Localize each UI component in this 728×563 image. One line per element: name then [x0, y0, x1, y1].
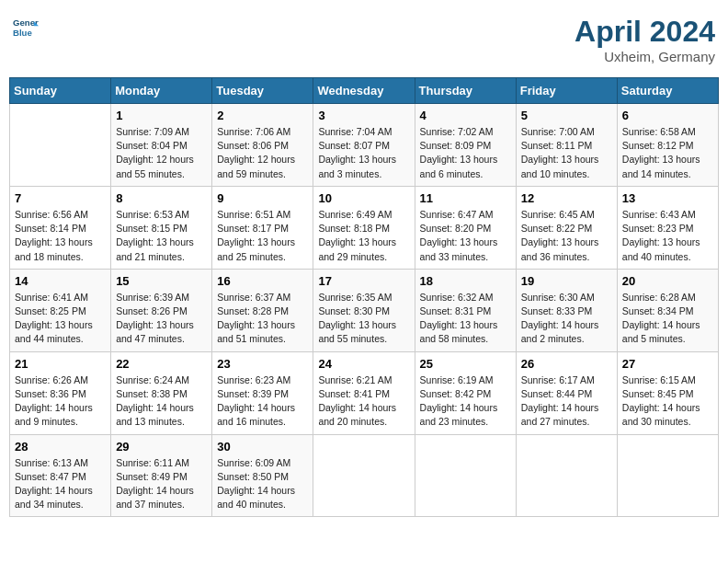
day-cell: [10, 104, 111, 187]
day-number: 1: [116, 109, 207, 122]
day-cell: 3Sunrise: 7:04 AMSunset: 8:07 PMDaylight…: [313, 104, 415, 187]
day-number: 11: [420, 191, 511, 205]
day-cell: [516, 434, 617, 517]
day-number: 29: [116, 440, 207, 454]
day-number: 9: [217, 191, 308, 205]
day-cell: 12Sunrise: 6:45 AMSunset: 8:22 PMDayligh…: [516, 186, 617, 269]
day-cell: 8Sunrise: 6:53 AMSunset: 8:15 PMDaylight…: [111, 186, 212, 269]
day-info: Sunrise: 6:13 AMSunset: 8:47 PMDaylight:…: [15, 456, 106, 512]
day-info: Sunrise: 6:17 AMSunset: 8:44 PMDaylight:…: [521, 373, 612, 430]
header-thursday: Thursday: [415, 78, 516, 104]
page-header: General Blue April 2024 Uxheim, Germany: [9, 9, 719, 70]
day-number: 7: [15, 191, 106, 205]
calendar-header: SundayMondayTuesdayWednesdayThursdayFrid…: [10, 78, 719, 104]
day-cell: 2Sunrise: 7:06 AMSunset: 8:06 PMDaylight…: [212, 104, 313, 187]
day-info: Sunrise: 6:19 AMSunset: 8:42 PMDaylight:…: [420, 373, 511, 430]
header-row: SundayMondayTuesdayWednesdayThursdayFrid…: [10, 78, 719, 104]
day-cell: [313, 434, 415, 517]
day-number: 26: [521, 357, 612, 371]
day-number: 10: [318, 191, 409, 205]
day-cell: 6Sunrise: 6:58 AMSunset: 8:12 PMDaylight…: [617, 104, 718, 187]
day-cell: 30Sunrise: 6:09 AMSunset: 8:50 PMDayligh…: [212, 434, 313, 517]
day-number: 18: [420, 274, 511, 288]
day-cell: 13Sunrise: 6:43 AMSunset: 8:23 PMDayligh…: [617, 186, 718, 269]
day-info: Sunrise: 7:04 AMSunset: 8:07 PMDaylight:…: [318, 125, 409, 181]
day-info: Sunrise: 6:39 AMSunset: 8:26 PMDaylight:…: [116, 291, 207, 347]
day-number: 14: [15, 274, 106, 288]
month-year-title: April 2024: [574, 15, 715, 49]
calendar-body: 1Sunrise: 7:09 AMSunset: 8:04 PMDaylight…: [10, 104, 719, 517]
day-info: Sunrise: 6:51 AMSunset: 8:17 PMDaylight:…: [217, 208, 308, 264]
header-wednesday: Wednesday: [313, 78, 415, 104]
day-info: Sunrise: 6:21 AMSunset: 8:41 PMDaylight:…: [318, 373, 409, 430]
day-info: Sunrise: 6:35 AMSunset: 8:30 PMDaylight:…: [318, 291, 409, 347]
day-cell: [415, 434, 516, 517]
day-number: 30: [217, 440, 308, 454]
day-cell: 27Sunrise: 6:15 AMSunset: 8:45 PMDayligh…: [617, 351, 718, 434]
day-info: Sunrise: 6:32 AMSunset: 8:31 PMDaylight:…: [420, 291, 511, 347]
svg-text:Blue: Blue: [13, 28, 32, 38]
day-number: 25: [420, 357, 511, 371]
logo-icon: General Blue: [13, 15, 39, 40]
day-cell: 24Sunrise: 6:21 AMSunset: 8:41 PMDayligh…: [313, 351, 415, 434]
day-number: 6: [622, 109, 713, 122]
day-info: Sunrise: 7:09 AMSunset: 8:04 PMDaylight:…: [116, 125, 207, 181]
day-cell: 22Sunrise: 6:24 AMSunset: 8:38 PMDayligh…: [111, 351, 212, 434]
day-info: Sunrise: 6:28 AMSunset: 8:34 PMDaylight:…: [622, 291, 713, 347]
day-info: Sunrise: 6:58 AMSunset: 8:12 PMDaylight:…: [622, 125, 713, 181]
day-number: 3: [318, 109, 409, 122]
day-number: 15: [116, 274, 207, 288]
day-info: Sunrise: 6:11 AMSunset: 8:49 PMDaylight:…: [116, 456, 207, 512]
header-monday: Monday: [111, 78, 212, 104]
day-cell: 18Sunrise: 6:32 AMSunset: 8:31 PMDayligh…: [415, 269, 516, 351]
day-number: 22: [116, 357, 207, 371]
day-number: 21: [15, 357, 106, 371]
day-number: 4: [420, 109, 511, 122]
day-cell: 4Sunrise: 7:02 AMSunset: 8:09 PMDaylight…: [415, 104, 516, 187]
day-number: 5: [521, 109, 612, 122]
day-number: 20: [622, 274, 713, 288]
day-cell: [617, 434, 718, 517]
day-info: Sunrise: 6:09 AMSunset: 8:50 PMDaylight:…: [217, 456, 308, 512]
week-row-4: 28Sunrise: 6:13 AMSunset: 8:47 PMDayligh…: [10, 434, 719, 517]
day-info: Sunrise: 6:30 AMSunset: 8:33 PMDaylight:…: [521, 291, 612, 347]
header-tuesday: Tuesday: [212, 78, 313, 104]
day-number: 23: [217, 357, 308, 371]
day-cell: 29Sunrise: 6:11 AMSunset: 8:49 PMDayligh…: [111, 434, 212, 517]
day-cell: 17Sunrise: 6:35 AMSunset: 8:30 PMDayligh…: [313, 269, 415, 351]
day-number: 28: [15, 440, 106, 454]
day-number: 27: [622, 357, 713, 371]
header-friday: Friday: [516, 78, 617, 104]
day-cell: 26Sunrise: 6:17 AMSunset: 8:44 PMDayligh…: [516, 351, 617, 434]
day-cell: 19Sunrise: 6:30 AMSunset: 8:33 PMDayligh…: [516, 269, 617, 351]
day-info: Sunrise: 6:56 AMSunset: 8:14 PMDaylight:…: [15, 208, 106, 264]
day-number: 16: [217, 274, 308, 288]
day-cell: 1Sunrise: 7:09 AMSunset: 8:04 PMDaylight…: [111, 104, 212, 187]
day-cell: 21Sunrise: 6:26 AMSunset: 8:36 PMDayligh…: [10, 351, 111, 434]
day-info: Sunrise: 6:53 AMSunset: 8:15 PMDaylight:…: [116, 208, 207, 264]
day-cell: 14Sunrise: 6:41 AMSunset: 8:25 PMDayligh…: [10, 269, 111, 351]
header-sunday: Sunday: [10, 78, 111, 104]
week-row-3: 21Sunrise: 6:26 AMSunset: 8:36 PMDayligh…: [10, 351, 719, 434]
header-saturday: Saturday: [617, 78, 718, 104]
title-area: April 2024 Uxheim, Germany: [574, 15, 715, 64]
week-row-2: 14Sunrise: 6:41 AMSunset: 8:25 PMDayligh…: [10, 269, 719, 351]
day-cell: 7Sunrise: 6:56 AMSunset: 8:14 PMDaylight…: [10, 186, 111, 269]
day-info: Sunrise: 6:41 AMSunset: 8:25 PMDaylight:…: [15, 291, 106, 347]
day-number: 12: [521, 191, 612, 205]
day-info: Sunrise: 6:15 AMSunset: 8:45 PMDaylight:…: [622, 373, 713, 430]
day-number: 13: [622, 191, 713, 205]
day-info: Sunrise: 7:00 AMSunset: 8:11 PMDaylight:…: [521, 125, 612, 181]
day-info: Sunrise: 6:43 AMSunset: 8:23 PMDaylight:…: [622, 208, 713, 264]
week-row-1: 7Sunrise: 6:56 AMSunset: 8:14 PMDaylight…: [10, 186, 719, 269]
calendar-table: SundayMondayTuesdayWednesdayThursdayFrid…: [9, 77, 719, 517]
day-info: Sunrise: 6:23 AMSunset: 8:39 PMDaylight:…: [217, 373, 308, 430]
day-cell: 9Sunrise: 6:51 AMSunset: 8:17 PMDaylight…: [212, 186, 313, 269]
location-subtitle: Uxheim, Germany: [574, 49, 715, 64]
day-cell: 15Sunrise: 6:39 AMSunset: 8:26 PMDayligh…: [111, 269, 212, 351]
day-cell: 25Sunrise: 6:19 AMSunset: 8:42 PMDayligh…: [415, 351, 516, 434]
day-number: 17: [318, 274, 409, 288]
day-number: 8: [116, 191, 207, 205]
day-info: Sunrise: 6:47 AMSunset: 8:20 PMDaylight:…: [420, 208, 511, 264]
day-cell: 11Sunrise: 6:47 AMSunset: 8:20 PMDayligh…: [415, 186, 516, 269]
